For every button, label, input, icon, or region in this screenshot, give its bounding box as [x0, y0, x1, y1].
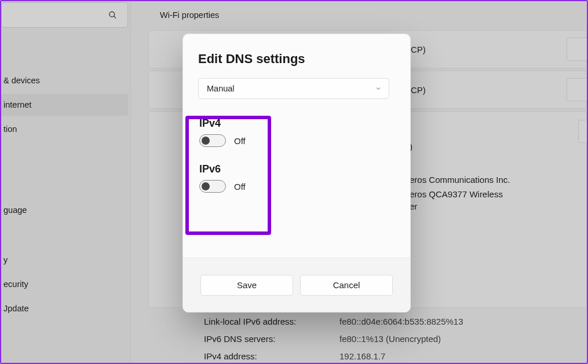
sidebar-item-tion[interactable]: tion [1, 118, 128, 140]
window: & devices internet tion guage y ecurity … [0, 0, 588, 364]
property-label: IPv6 DNS servers: [204, 334, 339, 344]
sidebar-item-update[interactable]: Jpdate [1, 297, 128, 319]
ipv6-state-text: Off [234, 182, 246, 192]
property-list: Link-local IPv6 address: fe80::d04e:6064… [204, 312, 587, 364]
property-label: IPv4 address: [204, 351, 339, 361]
sidebar-item-language[interactable]: guage [1, 199, 128, 221]
chevron-down-icon [375, 85, 382, 92]
cancel-button[interactable]: Cancel [300, 275, 393, 296]
property-row: IPv6 DNS servers: fe80::1%13 (Unencrypte… [204, 330, 587, 347]
sidebar-item-label: ecurity [3, 280, 28, 289]
search-input[interactable] [1, 2, 128, 28]
sidebar-item-label: & devices [3, 76, 40, 85]
save-button[interactable]: Save [200, 275, 293, 296]
sidebar-item-label: guage [3, 205, 27, 215]
edit-button-partial[interactable] [578, 120, 588, 143]
button-label: Cancel [333, 280, 360, 290]
property-row: IPv4 address: 192.168.1.7 [204, 347, 587, 364]
ipv6-toggle[interactable] [199, 180, 226, 193]
property-text: eros QCA9377 Wireless [410, 189, 586, 199]
property-text: ) [410, 142, 586, 152]
svg-point-0 [109, 12, 115, 17]
sidebar-item-label: internet [3, 100, 31, 109]
property-value: 192.168.1.7 [339, 351, 385, 361]
sidebar-item-label: tion [3, 124, 17, 134]
ipv4-state-text: Off [234, 136, 246, 146]
property-text: eros Communications Inc. [410, 175, 586, 185]
button-label: Save [237, 280, 257, 290]
dialog-title: Edit DNS settings [198, 52, 395, 67]
sidebar-item-y[interactable]: y [1, 249, 128, 271]
edit-button-partial[interactable] [567, 78, 588, 101]
page-title: Wi-Fi properties [131, 6, 587, 30]
sidebar-item-label: Jpdate [3, 304, 29, 313]
ipv4-toggle[interactable] [199, 134, 226, 147]
property-value: fe80::1%13 (Unencrypted) [339, 334, 441, 344]
search-icon [108, 11, 117, 20]
ipv6-label: IPv6 [199, 163, 395, 175]
sidebar-item-label: y [3, 255, 8, 264]
sidebar-item-security[interactable]: ecurity [1, 273, 128, 295]
property-value: fe80::d04e:6064:b535:8825%13 [339, 317, 463, 326]
property-row: Link-local IPv6 address: fe80::d04e:6064… [204, 312, 587, 330]
sidebar: & devices internet tion guage y ecurity … [1, 1, 131, 363]
dialog-footer: Save Cancel [183, 258, 410, 312]
property-row-text: CP) [411, 85, 426, 95]
svg-line-1 [114, 16, 116, 19]
dropdown-value: Manual [207, 84, 235, 93]
dns-mode-dropdown[interactable]: Manual [198, 78, 389, 99]
edit-dns-dialog: Edit DNS settings Manual IPv4 Off IPv6 O… [182, 34, 411, 312]
property-label: Link-local IPv6 address: [204, 317, 339, 326]
edit-button-partial[interactable] [567, 38, 588, 61]
property-text: er [410, 201, 586, 211]
sidebar-item-devices[interactable]: & devices [1, 69, 128, 91]
ipv4-label: IPv4 [199, 117, 395, 130]
sidebar-item-internet[interactable]: internet [1, 94, 128, 116]
property-row-text: CP) [411, 45, 426, 54]
